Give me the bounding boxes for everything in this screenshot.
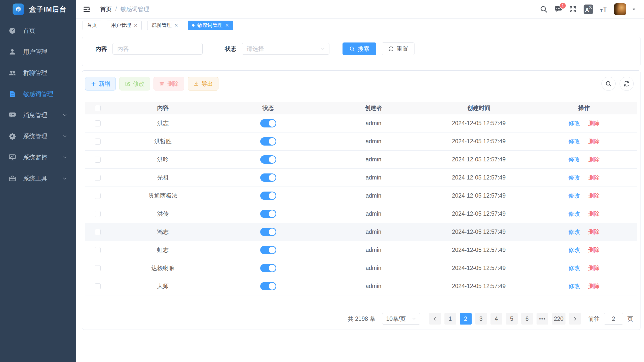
row-checkbox[interactable] (95, 265, 101, 271)
page-size-select[interactable]: 10条/页 (382, 313, 420, 325)
table-row[interactable]: 洪志 admin 2024-12-05 12:57:49 修改 删除 (85, 114, 637, 132)
cell-creator: admin (321, 156, 426, 163)
table-row[interactable]: 贯通两极法 admin 2024-12-05 12:57:49 修改 删除 (85, 187, 637, 205)
table-row[interactable]: 达赖喇嘛 admin 2024-12-05 12:57:49 修改 删除 (85, 259, 637, 277)
page-button-1[interactable]: 1 (444, 313, 456, 325)
search-button[interactable]: 搜索 (343, 42, 376, 55)
table-row[interactable]: 洪传 admin 2024-12-05 12:57:49 修改 删除 (85, 205, 637, 223)
row-checkbox[interactable] (95, 247, 101, 253)
row-edit-link[interactable]: 修改 (569, 265, 580, 271)
page-button-4[interactable]: 4 (490, 313, 502, 325)
tab-close-icon[interactable]: × (225, 22, 229, 28)
row-delete-link[interactable]: 删除 (588, 138, 600, 145)
search-icon[interactable] (540, 5, 548, 13)
status-toggle[interactable] (260, 246, 276, 254)
status-toggle[interactable] (260, 119, 276, 127)
row-delete-link[interactable]: 删除 (588, 247, 600, 253)
row-edit-link[interactable]: 修改 (569, 229, 580, 235)
page-button-6[interactable]: 6 (521, 313, 533, 325)
page-button-5[interactable]: 5 (506, 313, 518, 325)
reset-button[interactable]: 重置 (382, 42, 414, 55)
sidebar-item-system-monitor[interactable]: 系统监控 (0, 147, 76, 168)
status-toggle[interactable] (260, 155, 276, 164)
modify-button[interactable]: 修改 (119, 77, 150, 90)
add-button[interactable]: 新增 (85, 77, 116, 90)
status-toggle[interactable] (260, 173, 276, 182)
prev-page-button[interactable] (429, 313, 441, 325)
goto-page-input[interactable] (604, 313, 623, 325)
status-toggle[interactable] (260, 137, 276, 146)
row-checkbox[interactable] (95, 157, 101, 163)
breadcrumb-home[interactable]: 首页 (100, 5, 112, 13)
status-filter-select[interactable]: 请选择 (242, 43, 329, 55)
row-edit-link[interactable]: 修改 (569, 210, 580, 217)
sidebar-item-home[interactable]: 首页 (0, 20, 76, 41)
row-checkbox[interactable] (95, 193, 101, 199)
row-edit-link[interactable]: 修改 (569, 192, 580, 199)
table-row[interactable]: 光祖 admin 2024-12-05 12:57:49 修改 删除 (85, 169, 637, 187)
table-row[interactable]: 鸿志 admin 2024-12-05 12:57:49 修改 删除 (85, 223, 637, 241)
row-edit-link[interactable]: 修改 (569, 120, 580, 126)
tab-user-management[interactable]: 用户管理 × (107, 21, 142, 30)
export-button[interactable]: 导出 (188, 77, 218, 90)
cell-content: 光祖 (110, 174, 215, 182)
sidebar-fold-icon[interactable] (83, 5, 91, 13)
font-size-icon[interactable]: TT (600, 6, 607, 13)
sidebar-item-system-management[interactable]: 系统管理 (0, 126, 76, 147)
avatar[interactable] (614, 3, 626, 15)
sidebar-item-group-management[interactable]: 群聊管理 (0, 62, 76, 83)
row-delete-link[interactable]: 删除 (588, 192, 600, 199)
content-filter-input[interactable] (112, 43, 203, 55)
status-toggle[interactable] (260, 264, 276, 272)
tab-group-management[interactable]: 群聊管理 × (147, 21, 182, 30)
sidebar-item-user-management[interactable]: 用户管理 (0, 41, 76, 62)
status-toggle[interactable] (260, 210, 276, 218)
row-edit-link[interactable]: 修改 (569, 174, 580, 181)
row-checkbox[interactable] (95, 283, 101, 289)
row-checkbox[interactable] (95, 175, 101, 181)
table-row[interactable]: 洪吟 admin 2024-12-05 12:57:49 修改 删除 (85, 151, 637, 169)
row-delete-link[interactable]: 删除 (588, 156, 600, 163)
table-row[interactable]: 洪哲胜 admin 2024-12-05 12:57:49 修改 删除 (85, 132, 637, 151)
fullscreen-icon[interactable] (569, 5, 577, 13)
status-toggle[interactable] (260, 192, 276, 200)
page-button-220[interactable]: 220 (552, 313, 565, 325)
row-edit-link[interactable]: 修改 (569, 247, 580, 253)
page-button-2[interactable]: 2 (460, 313, 472, 325)
pages-ellipsis-button[interactable]: ••• (537, 313, 548, 325)
toggle-search-button[interactable] (601, 77, 616, 91)
row-edit-link[interactable]: 修改 (569, 156, 580, 163)
tab-close-icon[interactable]: × (134, 22, 137, 28)
row-delete-link[interactable]: 删除 (588, 283, 600, 289)
tab-home[interactable]: 首页 × (83, 21, 101, 30)
sidebar-item-sensitive-words[interactable]: 敏感词管理 (0, 83, 76, 105)
next-page-button[interactable] (569, 313, 581, 325)
sidebar-item-message-management[interactable]: 消息管理 (0, 105, 76, 126)
row-delete-link[interactable]: 删除 (588, 120, 600, 126)
row-edit-link[interactable]: 修改 (569, 138, 580, 145)
table-row[interactable]: 虹志 admin 2024-12-05 12:57:49 修改 删除 (85, 241, 637, 259)
page-button-3[interactable]: 3 (475, 313, 487, 325)
status-toggle[interactable] (260, 282, 276, 290)
row-delete-link[interactable]: 删除 (588, 229, 600, 235)
sidebar-item-system-tools[interactable]: 系统工具 (0, 168, 76, 189)
row-checkbox[interactable] (95, 229, 101, 235)
tab-sensitive-words[interactable]: 敏感词管理 × (188, 21, 233, 30)
row-delete-link[interactable]: 删除 (588, 210, 600, 217)
row-checkbox[interactable] (95, 120, 101, 126)
row-edit-link[interactable]: 修改 (569, 283, 580, 289)
refresh-table-button[interactable] (620, 77, 634, 91)
row-checkbox[interactable] (95, 139, 101, 145)
delete-button[interactable]: 删除 (154, 77, 184, 90)
row-checkbox[interactable] (95, 211, 101, 217)
status-toggle[interactable] (260, 228, 276, 236)
avatar-caret-down-icon[interactable] (631, 7, 636, 12)
table-row[interactable]: 大师 admin 2024-12-05 12:57:49 修改 删除 (85, 277, 637, 295)
select-all-checkbox[interactable] (95, 105, 101, 111)
messages-button[interactable]: 1 (554, 5, 562, 13)
row-delete-link[interactable]: 删除 (588, 174, 600, 181)
language-switch-icon[interactable]: A文 (584, 5, 593, 14)
tab-close-icon[interactable]: × (174, 22, 178, 28)
cell-created: 2024-12-05 12:57:49 (426, 283, 531, 290)
row-delete-link[interactable]: 删除 (588, 265, 600, 271)
